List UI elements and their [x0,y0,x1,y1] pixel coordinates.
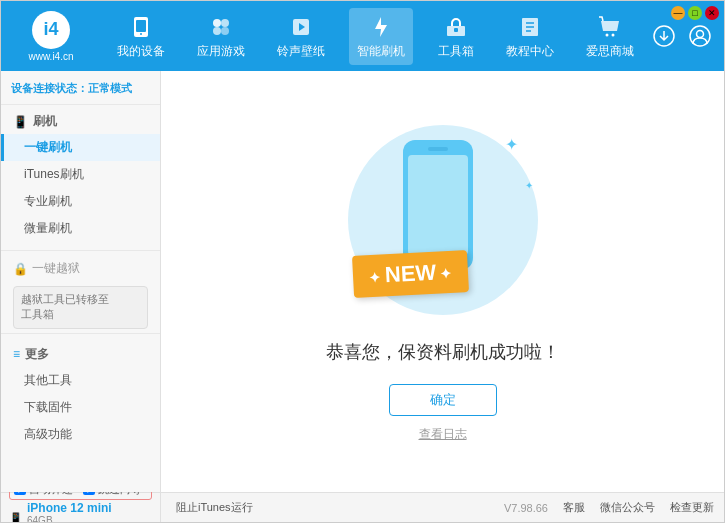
sidebar: 设备连接状态：正常模式 📱 刷机 一键刷机 iTunes刷机 专业刷机 [1,71,161,492]
svg-point-3 [213,19,221,27]
bottom-bar: 自动弹还 跳过向导 📱 iPhone 12 mini 64GB Down-12m… [1,492,724,522]
sparkle-2: ✦ [525,180,533,191]
nav-mall[interactable]: 爱思商城 [578,8,642,65]
main-content: ✦ ✦ NEW 恭喜您，保资料刷机成功啦！ 确定 查看日志 [161,71,724,492]
nav-menu: 我的设备 应用游戏 铃声壁纸 智能刷机 [101,8,650,65]
window-controls: — □ ✕ [671,6,719,20]
svg-point-15 [605,33,608,36]
apps-icon [207,13,235,41]
nav-smart-flash-label: 智能刷机 [357,43,405,60]
phone-illustration: ✦ ✦ NEW [343,120,543,320]
sparkle-1: ✦ [505,135,518,154]
nav-apps-label: 应用游戏 [197,43,245,60]
toolbox-icon [442,13,470,41]
sidebar-other-tools[interactable]: 其他工具 [1,367,160,394]
nav-ringtones[interactable]: 铃声壁纸 [269,8,333,65]
success-message: 恭喜您，保资料刷机成功啦！ [326,340,560,364]
device-name: iPhone 12 mini [27,501,112,515]
flash-section-icon: 📱 [13,115,28,129]
content-row: 设备连接状态：正常模式 📱 刷机 一键刷机 iTunes刷机 专业刷机 [1,71,724,492]
divider-2 [1,333,160,334]
version-info: V7.98.66 [504,502,548,514]
sidebar-one-click-flash[interactable]: 一键刷机 [1,134,160,161]
more-label: 更多 [25,346,49,363]
topbar-right [650,22,714,50]
device-storage: 64GB [27,515,112,524]
lock-icon: 🔒 [13,262,28,276]
jailbreak-label: 一键越狱 [32,260,80,277]
store-icon [596,13,624,41]
phone-icon [127,13,155,41]
svg-point-19 [697,31,704,38]
check-update-link[interactable]: 检查更新 [670,500,714,515]
nav-toolbox-label: 工具箱 [438,43,474,60]
download-button[interactable] [650,22,678,50]
sidebar-repair-flash[interactable]: 微量刷机 [1,215,160,242]
logo-subtitle: www.i4.cn [28,51,73,62]
svg-rect-10 [454,28,458,32]
svg-rect-1 [136,20,146,32]
sidebar-download-firmware[interactable]: 下载固件 [1,394,160,421]
sidebar-advanced[interactable]: 高级功能 [1,421,160,448]
phone-screen [408,155,468,255]
svg-point-2 [140,33,142,35]
nav-ringtones-label: 铃声壁纸 [277,43,325,60]
retry-link[interactable]: 查看日志 [419,426,467,443]
flash-section-header: 📱 刷机 [1,109,160,134]
wechat-official-link[interactable]: 微信公众号 [600,500,655,515]
svg-point-6 [221,27,229,35]
more-icon: ≡ [13,347,20,361]
confirm-button[interactable]: 确定 [389,384,497,416]
close-button[interactable]: ✕ [705,6,719,20]
status-value: 正常模式 [88,82,132,94]
nav-my-device[interactable]: 我的设备 [109,8,173,65]
status-bar: 设备连接状态：正常模式 [1,76,160,105]
sidebar-pro-flash[interactable]: 专业刷机 [1,188,160,215]
logo: i4 www.i4.cn [11,11,91,62]
topbar: — □ ✕ i4 www.i4.cn 我的设备 应用游戏 [1,1,724,71]
ringtone-icon [287,13,315,41]
flash-section: 📱 刷机 一键刷机 iTunes刷机 专业刷机 微量刷机 [1,105,160,246]
maximize-button[interactable]: □ [688,6,702,20]
svg-point-5 [213,27,221,35]
more-section: ≡ 更多 其他工具 下载固件 高级功能 [1,338,160,452]
more-section-header: ≡ 更多 [1,342,160,367]
svg-point-4 [221,19,229,27]
device-info: 📱 iPhone 12 mini 64GB Down-12mini-13,1 [9,501,152,524]
phone-small-icon: 📱 [9,512,23,523]
divider-1 [1,250,160,251]
nav-apps-games[interactable]: 应用游戏 [189,8,253,65]
user-button[interactable] [686,22,714,50]
nav-my-device-label: 我的设备 [117,43,165,60]
bottom-left-panel: 自动弹还 跳过向导 📱 iPhone 12 mini 64GB Down-12m… [1,493,161,522]
minimize-button[interactable]: — [671,6,685,20]
nav-mall-label: 爱思商城 [586,43,634,60]
flash-section-label: 刷机 [33,113,57,130]
nav-tutorial-label: 教程中心 [506,43,554,60]
nav-toolbox[interactable]: 工具箱 [430,8,482,65]
flash-icon [367,13,395,41]
customer-service-link[interactable]: 客服 [563,500,585,515]
nav-tutorial[interactable]: 教程中心 [498,8,562,65]
stop-itunes-button[interactable]: 阻止iTunes运行 [171,500,258,515]
jailbreak-note-line1: 越狱工具已转移至 [21,292,140,307]
bottom-right-panel: V7.98.66 客服 微信公众号 检查更新 [494,493,724,522]
new-badge: NEW [351,250,468,298]
jailbreak-note: 越狱工具已转移至 工具箱 [13,286,148,329]
sidebar-itunes-flash[interactable]: iTunes刷机 [1,161,160,188]
svg-point-16 [611,33,614,36]
jailbreak-note-line2: 工具箱 [21,307,140,322]
phone-earpiece [428,147,448,151]
jailbreak-lock: 🔒 一键越狱 [1,255,160,282]
status-label: 设备连接状态： [11,82,88,94]
book-icon [516,13,544,41]
bottom-center: 阻止iTunes运行 [161,493,494,522]
nav-smart-flash[interactable]: 智能刷机 [349,8,413,65]
logo-icon: i4 [32,11,70,49]
app-window: — □ ✕ i4 www.i4.cn 我的设备 应用游戏 [0,0,725,523]
